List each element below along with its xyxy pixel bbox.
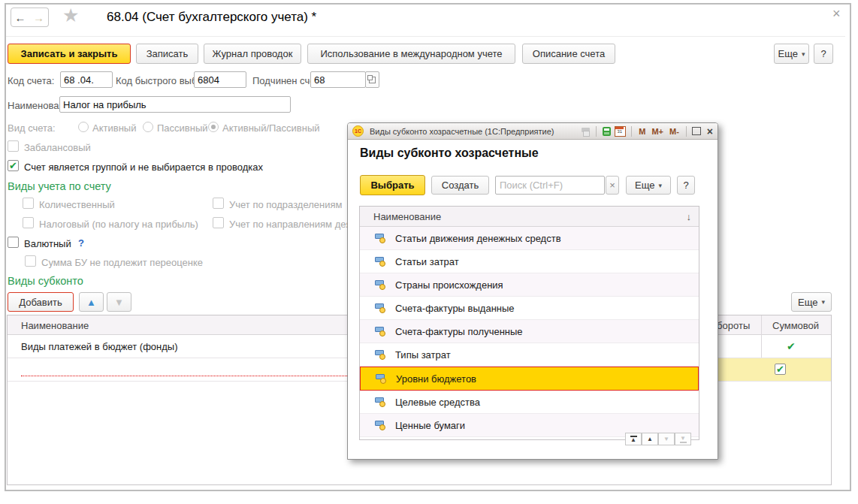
dialog-heading: Виды субконто хозрасчетные [360, 146, 539, 160]
list-item-label: Статьи движения денежных средств [395, 233, 561, 244]
quantitative-checkbox [23, 198, 34, 209]
parent-account-input[interactable] [310, 71, 366, 88]
account-kind-label: Вид счета: [8, 122, 56, 134]
radio-active [78, 122, 89, 132]
parent-account-picker-button[interactable] [365, 71, 379, 88]
dialog-more-button[interactable]: Еще▾ [626, 176, 671, 195]
maximize-icon[interactable] [692, 127, 701, 135]
toolbar-more-button[interactable]: Еще▾ [774, 44, 809, 64]
tax-checkbox [23, 217, 34, 228]
list-item[interactable]: Счета-фактуры выданные [360, 297, 699, 320]
screen: ← → ★ 68.04 (Счет бухгалтерского учета) … [0, 0, 858, 504]
chevron-down-icon: ▾ [658, 182, 662, 189]
radio-selected-dot [211, 125, 216, 129]
select-button[interactable]: Выбрать [360, 175, 425, 195]
print-icon[interactable] [581, 127, 591, 136]
tax-label: Налоговый (по налогу на прибыль) [39, 219, 198, 230]
scroll-up-button[interactable]: ▲ [642, 433, 658, 445]
back-icon: ← [15, 11, 26, 24]
window-close-icon[interactable]: × [832, 6, 841, 22]
column-sum: Суммовой [772, 320, 819, 331]
list-item[interactable]: Страны происхождения [360, 273, 699, 297]
move-down-button[interactable]: ▼ [107, 292, 131, 312]
dialog-more-label: Еще [635, 180, 654, 191]
currency-help-link[interactable]: ? [78, 237, 84, 249]
scroll-bottom-button[interactable]: ▼ [675, 433, 691, 445]
back-button[interactable]: ← [11, 8, 30, 27]
scroll-down-icon: ▼ [663, 436, 669, 442]
subconto-type-icon [375, 234, 387, 243]
add-label: Добавить [19, 297, 62, 308]
account-description-button[interactable]: Описание счета [522, 44, 615, 64]
memory-button[interactable]: M [637, 127, 647, 136]
subconto-type-icon [375, 327, 387, 336]
code-label: Код счета: [8, 75, 54, 86]
radio-active-passive-label: Активный/Пассивный [222, 122, 320, 134]
calendar-icon[interactable]: 31 [615, 126, 626, 137]
move-up-button[interactable]: ▲ [79, 292, 104, 312]
open-picker-icon [369, 77, 376, 83]
code-input[interactable] [60, 71, 113, 88]
by-departments-checkbox [213, 198, 224, 209]
dialog-help-button[interactable]: ? [677, 176, 695, 195]
sort-desc-icon[interactable]: ↓ [687, 211, 692, 222]
page-title: 68.04 (Счет бухгалтерского учета) * [107, 10, 316, 25]
row2-sum-checkbox[interactable]: ✔ [775, 364, 786, 375]
help-button[interactable]: ? [814, 44, 833, 64]
chevron-down-icon: ▾ [821, 298, 825, 306]
create-button[interactable]: Создать [431, 176, 489, 195]
dialog-help-label: ? [683, 180, 688, 191]
chevron-down-icon: ▾ [802, 50, 805, 58]
is-group-checkbox[interactable]: ✔ [8, 160, 19, 171]
help-label: ? [820, 48, 826, 59]
currency-checkbox[interactable] [8, 237, 19, 248]
row1-sum-check-icon: ✔ [787, 340, 796, 352]
intl-usage-button[interactable]: Использование в международном учете [307, 44, 515, 64]
by-directions-label: Учет по направлениям деят [229, 219, 355, 230]
scroll-down-button[interactable]: ▼ [658, 433, 675, 445]
subconto-more-button[interactable]: Еще▾ [791, 292, 832, 312]
search-input[interactable] [495, 176, 605, 195]
list-item[interactable]: Счета-фактуры полученные [360, 320, 699, 343]
save-and-close-button[interactable]: Записать и закрыть [8, 44, 131, 64]
dialog-close-icon[interactable]: × [707, 125, 713, 137]
scroll-top-button[interactable]: ▲ [625, 433, 642, 445]
list-item-label: Статьи затрат [395, 256, 459, 267]
1c-logo-icon: 1С [352, 125, 364, 137]
dialog-titlebar[interactable]: 1С Виды субконто хозрасчетные (1С:Предпр… [348, 123, 718, 140]
intl-usage-label: Использование в международном учете [320, 48, 502, 59]
favorite-star-icon[interactable]: ★ [62, 5, 79, 26]
check-icon: ✔ [9, 161, 17, 171]
list-item[interactable]: Статьи движения денежных средств [360, 227, 699, 250]
list-item[interactable]: Типы затрат [360, 343, 699, 367]
list-item-label: Целевые средства [395, 397, 480, 408]
forward-button[interactable]: → [29, 8, 49, 27]
radio-active-label: Активный [92, 122, 136, 134]
move-down-icon: ▼ [114, 297, 124, 308]
subconto-type-icon [375, 257, 387, 266]
move-up-icon: ▲ [86, 297, 96, 308]
subconto-type-icon [375, 397, 387, 406]
list-item[interactable]: Статьи затрат [360, 250, 699, 273]
bu-sum-checkbox [25, 255, 36, 267]
calculator-icon[interactable] [602, 127, 612, 136]
name-input[interactable] [59, 96, 291, 113]
list-header[interactable]: Наименование ↓ [360, 207, 699, 227]
subconto-type-icon [375, 350, 387, 359]
add-subconto-button[interactable]: Добавить [8, 292, 74, 312]
list-item-label: Типы затрат [395, 349, 451, 361]
radio-passive [143, 122, 153, 132]
quick-code-input[interactable] [194, 71, 246, 88]
save-button[interactable]: Записать [136, 44, 198, 64]
list-item-selected[interactable]: Уровни бюджетов [360, 367, 699, 391]
list-item[interactable]: Целевые средства [360, 391, 699, 414]
subconto-type-icon [375, 421, 387, 430]
journal-button[interactable]: Журнал проводок [204, 44, 301, 64]
clear-search-button[interactable]: × [606, 176, 619, 195]
separator [596, 126, 597, 137]
radio-passive-label: Пассивный [157, 122, 208, 134]
subconto-picker-dialog: 1С Виды субконто хозрасчетные (1С:Предпр… [347, 122, 718, 460]
memory-plus-button[interactable]: M+ [650, 127, 665, 136]
by-directions-checkbox [213, 217, 224, 228]
memory-minus-button[interactable]: M- [668, 127, 681, 136]
